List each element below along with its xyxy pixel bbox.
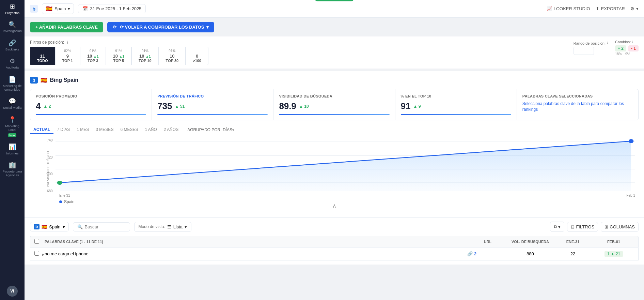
metric-line	[157, 114, 268, 115]
time-tab-3meses[interactable]: 3 MESES	[92, 126, 117, 134]
topbar: 100% INDEXADA b 🇪🇸 Spain ▾ 📅 31 Ene 2025…	[25, 0, 644, 18]
sidebar-item-marketing-local[interactable]: 📍 Marketing Local New	[0, 113, 25, 140]
url-cell[interactable]: 🔗 2	[467, 251, 508, 256]
date-range-selector[interactable]: 📅 31 Ene 2025 - 1 Feb 2025	[78, 4, 146, 13]
chevron-down-icon: ▾	[68, 6, 70, 11]
country-selector[interactable]: 🇪🇸 Spain ▾	[42, 3, 74, 14]
filter-tab-gt100[interactable]: 0 >100	[186, 47, 208, 65]
backlinks-icon: 🔗	[9, 40, 16, 46]
group-by-selector[interactable]: AGRUPADO POR: DÍAS	[187, 127, 232, 132]
investigacion-icon: 🔍	[9, 21, 16, 28]
gear-icon: ⚙	[630, 6, 634, 11]
expand-icon[interactable]: ▶	[42, 253, 45, 256]
sidebar-item-proyectos[interactable]: ⊞ Proyectos	[0, 0, 25, 18]
filter-tab-top1[interactable]: 82% 9 TOP 1	[55, 47, 80, 65]
filter-tab-top5[interactable]: 91% 10 ▲1 TOP 5	[106, 47, 132, 65]
metric-line	[36, 114, 146, 115]
chevron-down-icon: ▾	[636, 6, 639, 11]
info-icon: ℹ	[632, 40, 633, 44]
time-tab-6meses[interactable]: 6 MESES	[117, 126, 141, 134]
chart-legend: Spain	[47, 199, 635, 204]
sidebar-item-social-media[interactable]: 💬 Social Media	[0, 95, 25, 113]
columns-button[interactable]: ⊞ COLUMNAS	[601, 222, 639, 232]
col-date1-header: ENE-31	[552, 240, 593, 244]
filter-tab-top10[interactable]: 91% 10 ▲1 TOP 10	[131, 47, 159, 65]
info-icon: ℹ	[67, 40, 68, 45]
metric-palabras: PALABRAS CLAVE SELECCIONADAS Selecciona …	[517, 89, 638, 120]
recheck-data-button[interactable]: ⟳ ⟳ VOLVER A COMPROBAR LOS DATOS ▾	[107, 22, 214, 32]
filter-tab-top3[interactable]: 91% 10 ▲1 TOP 3	[80, 47, 106, 65]
add-keywords-button[interactable]: + AÑADIR PALABRAS CLAVE	[30, 22, 103, 32]
copy-button[interactable]: ⧉ ▾	[550, 222, 564, 232]
time-tabs-row: ACTUAL 7 DÍAS 1 MES 3 MESES 6 MESES 1 AÑ…	[30, 126, 639, 134]
sidebar-item-backlinks[interactable]: 🔗 Backlinks	[0, 36, 25, 55]
select-all-checkbox[interactable]	[34, 239, 39, 244]
filter-tab-todo[interactable]: 11 TODO	[30, 47, 55, 65]
col-keyword-header: PALABRAS CLAVE (1 - 11 DE 11)	[45, 240, 467, 244]
sidebar-item-label: Proyectos	[5, 11, 19, 15]
section-heading: Bing Spain	[50, 77, 79, 83]
sidebar-item-auditoria[interactable]: ⚙ Auditoría	[0, 55, 25, 73]
bottom-country-selector[interactable]: b 🇪🇸 Spain ▾	[30, 222, 69, 231]
bottom-flag: 🇪🇸	[42, 224, 47, 229]
link-icon: 🔗	[467, 251, 473, 256]
sidebar-item-agencias[interactable]: 🏢 Paquete para Agencias	[0, 159, 25, 181]
search-input[interactable]	[85, 224, 126, 229]
keywords-table: PALABRAS CLAVE (1 - 11 DE 11) URL VOL. D…	[30, 236, 639, 260]
col-url-header: URL	[467, 240, 508, 244]
filter-right: Rango de posición: ℹ Cambios: ℹ + 2 - 1	[574, 40, 639, 56]
marketing-contenidos-icon: 📄	[9, 76, 16, 82]
user-avatar[interactable]: VI	[7, 286, 18, 297]
time-tab-1mes[interactable]: 1 MES	[73, 126, 92, 134]
range-min-input[interactable]	[574, 47, 594, 55]
time-tab-2anos[interactable]: 2 AÑOS	[160, 126, 182, 134]
filters-button[interactable]: ⊟ FILTROS	[567, 222, 598, 232]
table-controls: ⧉ ▾ ⊟ FILTROS ⊞ COLUMNAS	[550, 222, 639, 232]
view-mode-selector[interactable]: Modo de vista: ☰ Lista ▾	[134, 222, 192, 232]
date1-cell: 22	[552, 251, 593, 256]
bottom-bar: b 🇪🇸 Spain ▾ 🔍 Modo de vista: ☰ Lista ▾ …	[30, 222, 639, 232]
sidebar-item-label: Marketing de contenidos	[1, 84, 23, 92]
proyectos-icon: ⊞	[10, 3, 15, 10]
filter-header: Filtros de posición: ℹ	[30, 40, 208, 45]
keyword-cell: no me carga el iphone	[45, 251, 467, 256]
settings-button[interactable]: ⚙ ▾	[630, 6, 639, 11]
export-button[interactable]: ⬆ EXPORTAR	[596, 6, 625, 11]
table-row: ▶ no me carga el iphone 🔗 2 880 22 1 ▲ 2…	[30, 247, 639, 260]
chart-x-labels: Ene 31 Feb 1	[47, 193, 635, 198]
time-tab-7dias[interactable]: 7 DÍAS	[53, 126, 73, 134]
sidebar-item-label: Informes	[6, 151, 19, 155]
col-check-header[interactable]	[34, 239, 45, 244]
looker-studio-button[interactable]: 📈 LOOKER STUDIO	[547, 6, 590, 11]
sidebar-item-marketing-contenidos[interactable]: 📄 Marketing de contenidos	[0, 73, 25, 95]
col-date2-header: FEB-01	[593, 240, 634, 244]
search-icon: 🔍	[77, 224, 83, 229]
row-select-checkbox[interactable]	[34, 251, 39, 256]
date2-cell: 1 ▲ 21	[593, 251, 634, 256]
info-icon: ℹ	[607, 41, 608, 45]
chevron-down-icon: ▾	[206, 25, 209, 30]
topbar-right: 📈 LOOKER STUDIO ⬆ EXPORTAR ⚙ ▾	[547, 6, 639, 11]
sidebar-item-label: Marketing Local	[1, 124, 23, 132]
sidebar-item-label: Paquete para Agencias	[1, 169, 23, 177]
svg-marker-4	[60, 141, 631, 191]
bottom-section: b 🇪🇸 Spain ▾ 🔍 Modo de vista: ☰ Lista ▾ …	[25, 217, 644, 265]
filter-tab-top30[interactable]: 91% 10 TOP 30	[159, 47, 186, 65]
content-section: b 🇪🇸 Bing Spain POSICIÓN PROMEDIO 4 ▲ 2 …	[25, 71, 644, 217]
y-axis: 740 720 700 680	[47, 138, 56, 193]
time-tab-actual[interactable]: ACTUAL	[30, 126, 53, 134]
filter-tabs: 11 TODO 82% 9 TOP 1 91% 10 ▲1	[30, 47, 208, 65]
vol-cell: 880	[508, 251, 552, 256]
row-checkbox[interactable]: ▶	[34, 251, 45, 257]
section-title: b 🇪🇸 Bing Spain	[30, 77, 639, 84]
sidebar-item-label: Investigación	[3, 29, 21, 33]
change-up-badge: + 2	[615, 45, 626, 51]
chart-area: PREVISIÓN DE TRÁFICO 740 720 700 680	[30, 138, 639, 200]
metric-line	[279, 114, 389, 115]
sidebar-item-informes[interactable]: 📊 Informes	[0, 140, 25, 159]
time-tab-1ano[interactable]: 1 AÑO	[141, 126, 160, 134]
sidebar-item-investigacion[interactable]: 🔍 Investigación	[0, 18, 25, 36]
sidebar-item-label: Social Media	[3, 106, 21, 109]
bing-logo: b	[30, 5, 38, 13]
search-box[interactable]: 🔍	[73, 222, 130, 231]
